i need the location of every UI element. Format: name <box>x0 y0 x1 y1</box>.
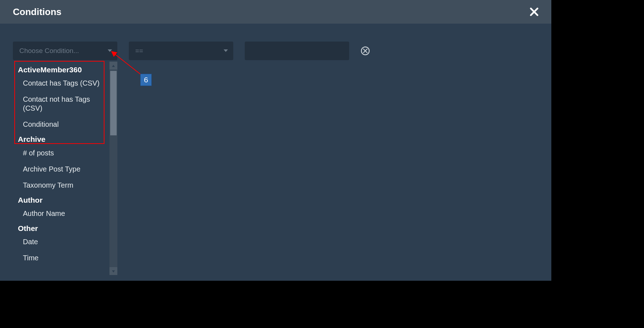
condition-select[interactable]: Choose Condition... <box>13 42 117 60</box>
dropdown-option[interactable]: Conditional <box>13 116 108 132</box>
close-icon <box>529 12 539 18</box>
dropdown-group-title: Author <box>13 193 108 206</box>
dropdown-option[interactable]: Contact not has Tags (CSV) <box>13 91 108 116</box>
chevron-down-icon <box>107 49 112 53</box>
annotation-badge: 6 <box>140 74 152 86</box>
dropdown-group-title: ActiveMember360 <box>13 63 108 75</box>
scroll-down-button[interactable] <box>109 267 117 275</box>
close-button[interactable] <box>529 7 539 17</box>
dropdown-scrollbar[interactable] <box>109 62 117 275</box>
scroll-thumb[interactable] <box>110 71 117 135</box>
dropdown-option[interactable]: Taxonomy Term <box>13 177 108 193</box>
condition-dropdown: ActiveMember360Contact has Tags (CSV)Con… <box>13 61 117 276</box>
remove-condition-button[interactable] <box>361 46 370 56</box>
operator-select[interactable]: == <box>129 42 233 60</box>
dropdown-option[interactable]: Contact has Tags (CSV) <box>13 75 108 91</box>
dialog-title: Conditions <box>13 6 62 18</box>
condition-row: Choose Condition... == <box>0 24 551 60</box>
chevron-down-icon <box>223 49 228 53</box>
operator-select-value: == <box>135 47 143 55</box>
dropdown-option[interactable]: Date <box>13 234 108 250</box>
condition-select-placeholder: Choose Condition... <box>19 47 79 55</box>
dropdown-group-title: Other <box>13 222 108 234</box>
chevron-up-icon <box>112 62 115 69</box>
dropdown-option[interactable]: # of posts <box>13 145 108 161</box>
dropdown-option[interactable]: Archive Post Type <box>13 161 108 177</box>
dialog-header: Conditions <box>0 0 551 24</box>
remove-icon <box>361 50 370 57</box>
scroll-up-button[interactable] <box>109 62 117 69</box>
dropdown-group-title: Archive <box>13 132 108 145</box>
value-input[interactable] <box>245 42 349 60</box>
chevron-down-icon <box>112 268 115 274</box>
dropdown-option[interactable]: Time <box>13 250 108 266</box>
dropdown-option[interactable]: Author Name <box>13 206 108 222</box>
